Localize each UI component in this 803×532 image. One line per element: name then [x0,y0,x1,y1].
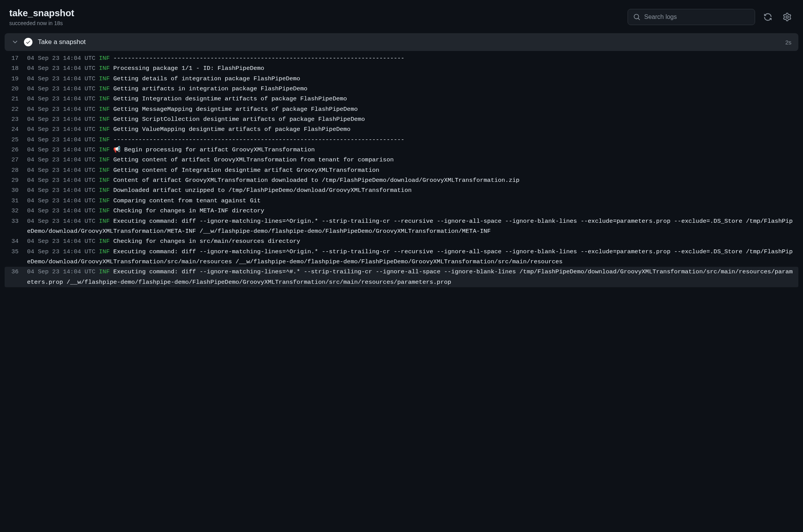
line-number: 34 [8,236,27,246]
line-number: 27 [8,155,27,165]
line-number: 36 [8,267,27,277]
log-line[interactable]: 3104 Sep 23 14:04 UTC INF Comparing cont… [5,196,798,206]
log-message: Getting details of integration package F… [110,75,300,82]
log-timestamp: 04 Sep 23 14:04 UTC [27,156,99,163]
log-level: INF [99,207,110,214]
log-timestamp: 04 Sep 23 14:04 UTC [27,207,99,214]
log-text: 04 Sep 23 14:04 UTC INF Getting content … [27,165,795,175]
log-timestamp: 04 Sep 23 14:04 UTC [27,95,99,102]
line-number: 25 [8,135,27,145]
log-message: Getting ValueMapping designtime artifact… [110,126,350,133]
log-level: INF [99,126,110,133]
line-number: 17 [8,53,27,63]
log-line[interactable]: 3404 Sep 23 14:04 UTC INF Checking for c… [5,236,798,246]
log-level: INF [99,85,110,92]
log-message: ----------------------------------------… [110,136,405,143]
step-header[interactable]: Take a snapshot 2s [5,33,798,51]
log-message: Processing package 1/1 - ID: FlashPipeDe… [110,65,264,72]
log-message: Getting MessageMapping designtime artifa… [110,106,358,113]
log-level: INF [99,65,110,72]
log-line[interactable]: 2304 Sep 23 14:04 UTC INF Getting Script… [5,114,798,124]
search-icon [633,14,640,20]
line-number: 28 [8,165,27,175]
log-text: 04 Sep 23 14:04 UTC INF Checking for cha… [27,206,795,216]
page-header: take_snapshot succeeded now in 18s [0,0,803,33]
log-line[interactable]: 1804 Sep 23 14:04 UTC INF Processing pac… [5,63,798,73]
log-line[interactable]: 3604 Sep 23 14:04 UTC INF Executing comm… [5,267,798,287]
header-title-block: take_snapshot succeeded now in 18s [9,8,74,26]
log-level: INF [99,75,110,82]
search-input[interactable] [644,14,749,20]
log-text: 04 Sep 23 14:04 UTC INF Content of artif… [27,175,795,185]
log-content: 1704 Sep 23 14:04 UTC INF --------------… [0,53,803,295]
log-timestamp: 04 Sep 23 14:04 UTC [27,106,99,113]
log-text: 04 Sep 23 14:04 UTC INF Comparing conten… [27,196,795,206]
search-logs-box[interactable] [628,9,755,25]
log-message: Downloaded artifact unzipped to /tmp/Fla… [110,187,412,194]
log-text: 04 Sep 23 14:04 UTC INF Executing comman… [27,267,795,287]
log-level: INF [99,95,110,102]
log-text: 04 Sep 23 14:04 UTC INF Processing packa… [27,63,795,73]
line-number: 35 [8,247,27,257]
log-line[interactable]: 3504 Sep 23 14:04 UTC INF Executing comm… [5,247,798,267]
log-message: Getting artifacts in integration package… [110,85,308,92]
log-level: INF [99,136,110,143]
log-line[interactable]: 3304 Sep 23 14:04 UTC INF Executing comm… [5,216,798,237]
log-timestamp: 04 Sep 23 14:04 UTC [27,218,99,225]
gear-icon [783,13,791,21]
log-text: 04 Sep 23 14:04 UTC INF Downloaded artif… [27,185,795,195]
log-message: Executing command: diff --ignore-matchin… [27,248,793,265]
log-line[interactable]: 3004 Sep 23 14:04 UTC INF Downloaded art… [5,185,798,195]
log-message: ----------------------------------------… [110,55,405,62]
log-level: INF [99,146,110,153]
log-level: INF [99,106,110,113]
log-timestamp: 04 Sep 23 14:04 UTC [27,187,99,194]
log-line[interactable]: 2004 Sep 23 14:04 UTC INF Getting artifa… [5,84,798,94]
log-level: INF [99,268,110,275]
step-duration: 2s [785,39,791,46]
log-line[interactable]: 1904 Sep 23 14:04 UTC INF Getting detail… [5,74,798,84]
log-line[interactable]: 2204 Sep 23 14:04 UTC INF Getting Messag… [5,104,798,114]
log-text: 04 Sep 23 14:04 UTC INF Getting ScriptCo… [27,114,795,124]
job-status-subtitle: succeeded now in 18s [9,20,74,26]
log-timestamp: 04 Sep 23 14:04 UTC [27,116,99,123]
log-text: 04 Sep 23 14:04 UTC INF Executing comman… [27,247,795,267]
step-title: Take a snapshot [38,38,86,46]
line-number: 29 [8,175,27,185]
log-message: Executing command: diff --ignore-matchin… [27,268,793,285]
log-level: INF [99,248,110,255]
log-line[interactable]: 2904 Sep 23 14:04 UTC INF Content of art… [5,175,798,185]
log-line[interactable]: 2104 Sep 23 14:04 UTC INF Getting Integr… [5,94,798,104]
log-line[interactable]: 3204 Sep 23 14:04 UTC INF Checking for c… [5,206,798,216]
log-line[interactable]: 2704 Sep 23 14:04 UTC INF Getting conten… [5,155,798,165]
log-text: 04 Sep 23 14:04 UTC INF Executing comman… [27,216,795,237]
step-header-left: Take a snapshot [12,38,86,46]
log-text: 04 Sep 23 14:04 UTC INF Getting artifact… [27,84,795,94]
line-number: 18 [8,63,27,73]
log-text: 04 Sep 23 14:04 UTC INF Getting details … [27,74,795,84]
log-timestamp: 04 Sep 23 14:04 UTC [27,268,99,275]
log-line[interactable]: 2504 Sep 23 14:04 UTC INF --------------… [5,135,798,145]
log-message: 📢 Begin processing for artifact GroovyXM… [110,146,315,153]
log-line[interactable]: 2804 Sep 23 14:04 UTC INF Getting conten… [5,165,798,175]
log-level: INF [99,187,110,194]
chevron-down-icon[interactable] [12,39,19,46]
log-timestamp: 04 Sep 23 14:04 UTC [27,248,99,255]
log-level: INF [99,167,110,174]
log-text: 04 Sep 23 14:04 UTC INF ----------------… [27,53,795,63]
log-line[interactable]: 2604 Sep 23 14:04 UTC INF 📢 Begin proces… [5,145,798,155]
log-timestamp: 04 Sep 23 14:04 UTC [27,146,99,153]
log-line[interactable]: 1704 Sep 23 14:04 UTC INF --------------… [5,53,798,63]
line-number: 26 [8,145,27,155]
log-message: Getting content of artifact GroovyXMLTra… [110,156,394,163]
log-line[interactable]: 2404 Sep 23 14:04 UTC INF Getting ValueM… [5,124,798,134]
log-level: INF [99,156,110,163]
line-number: 22 [8,104,27,114]
refresh-button[interactable] [761,10,774,24]
log-message: Getting content of Integration designtim… [110,167,379,174]
log-message: Checking for changes in src/main/resourc… [110,238,300,245]
log-text: 04 Sep 23 14:04 UTC INF Getting ValueMap… [27,124,795,134]
check-circle-icon [24,38,32,46]
settings-button[interactable] [781,10,794,24]
log-level: INF [99,197,110,204]
